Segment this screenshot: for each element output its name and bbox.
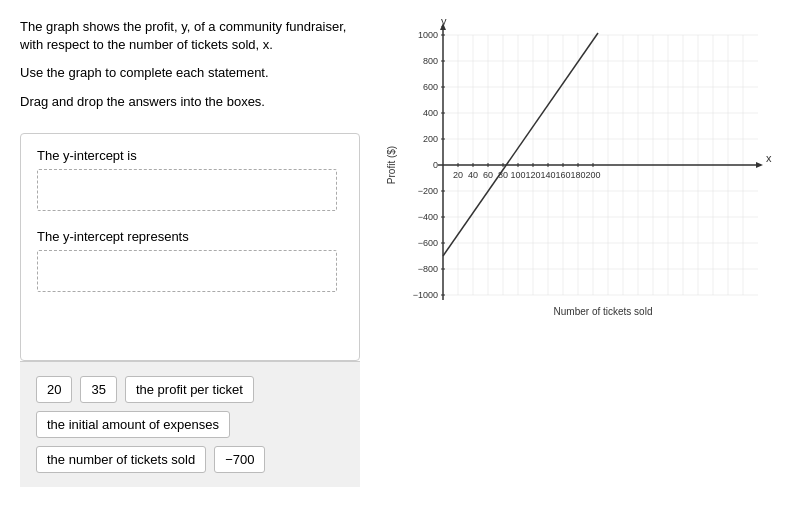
yintercept-represents-drop-box[interactable] bbox=[37, 250, 337, 292]
token-number-tickets[interactable]: the number of tickets sold bbox=[36, 446, 206, 473]
svg-text:−400: −400 bbox=[417, 212, 437, 222]
svg-text:400: 400 bbox=[422, 108, 437, 118]
svg-text:600: 600 bbox=[422, 82, 437, 92]
svg-text:−200: −200 bbox=[417, 186, 437, 196]
svg-text:Number of tickets sold: Number of tickets sold bbox=[553, 306, 652, 317]
svg-text:100: 100 bbox=[510, 170, 525, 180]
svg-text:800: 800 bbox=[422, 56, 437, 66]
statements-box: The y-intercept is The y-intercept repre… bbox=[20, 133, 360, 361]
svg-text:140: 140 bbox=[540, 170, 555, 180]
right-panel: 20 40 60 80 100 120 140 160 180 200 1000… bbox=[380, 0, 785, 505]
drag-tokens-area: 20 35 the profit per ticket the initial … bbox=[20, 361, 360, 487]
token-negative-700[interactable]: −700 bbox=[214, 446, 265, 473]
left-panel: The graph shows the profit, y, of a comm… bbox=[0, 0, 380, 505]
svg-text:60: 60 bbox=[482, 170, 492, 180]
svg-line-76 bbox=[443, 33, 598, 256]
svg-text:y: y bbox=[441, 15, 447, 27]
yintercept-label: The y-intercept is bbox=[37, 148, 343, 163]
svg-text:x: x bbox=[766, 152, 772, 164]
chart-svg: 20 40 60 80 100 120 140 160 180 200 1000… bbox=[383, 15, 773, 325]
yintercept-represents-label: The y-intercept represents bbox=[37, 229, 343, 244]
svg-text:Profit ($): Profit ($) bbox=[386, 146, 397, 184]
svg-text:0: 0 bbox=[432, 160, 437, 170]
yintercept-represents-group: The y-intercept represents bbox=[37, 229, 343, 292]
svg-text:1000: 1000 bbox=[417, 30, 437, 40]
token-20[interactable]: 20 bbox=[36, 376, 72, 403]
svg-text:−1000: −1000 bbox=[412, 290, 437, 300]
svg-text:40: 40 bbox=[467, 170, 477, 180]
svg-text:200: 200 bbox=[585, 170, 600, 180]
chart-container: 20 40 60 80 100 120 140 160 180 200 1000… bbox=[383, 15, 773, 325]
instruction-line1: The graph shows the profit, y, of a comm… bbox=[20, 18, 360, 54]
svg-text:180: 180 bbox=[570, 170, 585, 180]
svg-text:200: 200 bbox=[422, 134, 437, 144]
svg-text:160: 160 bbox=[555, 170, 570, 180]
svg-text:20: 20 bbox=[452, 170, 462, 180]
yintercept-group: The y-intercept is bbox=[37, 148, 343, 211]
token-initial-expenses[interactable]: the initial amount of expenses bbox=[36, 411, 230, 438]
svg-marker-34 bbox=[756, 162, 763, 168]
yintercept-drop-box[interactable] bbox=[37, 169, 337, 211]
instructions: The graph shows the profit, y, of a comm… bbox=[20, 18, 360, 121]
svg-text:−600: −600 bbox=[417, 238, 437, 248]
svg-text:−800: −800 bbox=[417, 264, 437, 274]
token-35[interactable]: 35 bbox=[80, 376, 116, 403]
svg-text:120: 120 bbox=[525, 170, 540, 180]
instruction-line3: Use the graph to complete each statement… bbox=[20, 64, 360, 82]
token-profit-per-ticket[interactable]: the profit per ticket bbox=[125, 376, 254, 403]
instruction-line4: Drag and drop the answers into the boxes… bbox=[20, 93, 360, 111]
